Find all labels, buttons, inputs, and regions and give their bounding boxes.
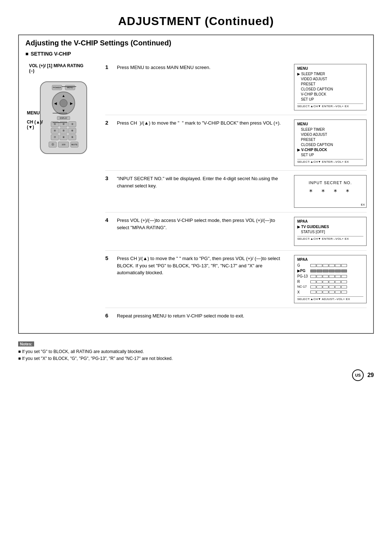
note-2: ■ If you set "X" to BLOCK, "G", "PG", "P… [18,355,374,362]
ch-label: CH (▲)/ (▼) [27,119,43,130]
step-1-menu-title: MENU [297,66,363,70]
nav-center [60,99,68,107]
step-2: 2 Press CH )/(▲) to move the " " mark to… [105,115,367,171]
step-4-number: 4 [105,217,113,223]
menu-btn: MENU [65,85,75,90]
step-1-bottom: SELECT:▲CH▼ ENTER:–VOL+ EX [297,104,363,108]
step-2-text: Press CH )/(▲) to move the " " mark to "… [117,119,287,127]
page-footer: US 29 [18,369,374,381]
page-title: ADJUSTMENT (Continued) [18,15,374,28]
step-6: 6 Repeat pressing MENU to return V-CHIP … [105,308,367,324]
step-3-number: 3 [105,175,113,181]
numpad: ① ② ③ ④ ⑤ ⑥ ⑦ ⑧ ⑨ [51,121,76,140]
step-3-exit: EX [361,203,365,206]
arrow-line-vol [62,86,76,87]
step-4-screen: MPAA ▶ TV GUIDELINES STATUS [OFF] SELECT… [294,217,367,246]
menu-label: MENU [27,110,40,116]
power-btn: POWER [52,85,62,90]
step-4: 4 Press VOL (+)/(—)to access V-CHIP sele… [105,212,367,251]
step-2-number: 2 [105,119,113,126]
bottom-btns: ⓪ 100 MUTE [49,142,78,147]
notes-section: Notes: ■ If you set "G" to BLOCK, all RA… [18,340,374,362]
display-btn: DISPLAY [57,116,70,120]
secret-stars: * * * * [297,188,363,195]
step-5-number: 5 [105,255,113,261]
step-1-number: 1 [105,64,113,70]
step-1-item-1: ▶ SLEEP TIMER [297,72,363,77]
section-title: Adjusting the V-CHIP Settings (Continued… [25,39,367,47]
setting-label: SETTING V-CHIP [25,51,367,57]
input-secret-label: INPUT SECRET NO. * * * * [297,181,363,195]
arrow-line-menu [53,113,67,113]
arrow-line-ch [53,122,67,123]
step-5-text: Press CH )/(▲) to move the " " mark to "… [117,255,287,276]
section-box: Adjusting the V-CHIP Settings (Continued… [18,35,374,334]
step-1-text: Press MENU to access MAIN MENU screen. [117,64,287,71]
step-2-tv: MENU SLEEP TIMER VIDEO ADJUST PRESET CLO… [294,119,367,166]
step-1-screen: MENU ▶ SLEEP TIMER VIDEO ADJUST PRESET C… [294,64,367,110]
notes-title: Notes: [18,341,34,347]
notes-text: ■ If you set "G" to BLOCK, all RATING ar… [18,348,374,362]
note-1: ■ If you set "G" to BLOCK, all RATING ar… [18,348,374,355]
step-5-tv: MPAA G ▶PG [294,255,367,303]
step-6-text: Repeat pressing MENU to return V-CHIP se… [117,312,367,320]
step-5: 5 Press CH )/(▲) to move the " " mark to… [105,251,367,308]
step-3-text: "INPUT SECRET NO." will be displayed. En… [117,175,287,189]
step-3-tv: INPUT SECRET NO. * * * * EX [294,175,367,208]
vol-label: VOL (+)/ [1] MPAA RATING (–) [29,63,83,73]
step-1: 1 Press MENU to access MAIN MENU screen.… [105,60,367,115]
step-2-screen: MENU SLEEP TIMER VIDEO ADJUST PRESET CLO… [294,119,367,166]
step-6-number: 6 [105,312,113,319]
page-number: 29 [367,372,374,378]
step-1-tv: MENU ▶ SLEEP TIMER VIDEO ADJUST PRESET C… [294,64,367,110]
step-3: 3 "INPUT SECRET NO." will be displayed. … [105,171,367,212]
remote-diagram: POWER MENU ▲ ▼ ◀ ▶ DISPLAY ① ② [40,81,87,154]
us-badge: US [352,369,364,381]
step-5-screen: MPAA G ▶PG [294,255,367,303]
nav-circle: ▲ ▼ ◀ ▶ [52,92,75,115]
steps-container: 1 Press MENU to access MAIN MENU screen.… [105,60,367,324]
step-4-tv: MPAA ▶ TV GUIDELINES STATUS [OFF] SELECT… [294,217,367,246]
step-4-text: Press VOL (+)/(—)to access V-CHIP select… [117,217,287,231]
step-3-screen: INPUT SECRET NO. * * * * EX [294,175,367,208]
